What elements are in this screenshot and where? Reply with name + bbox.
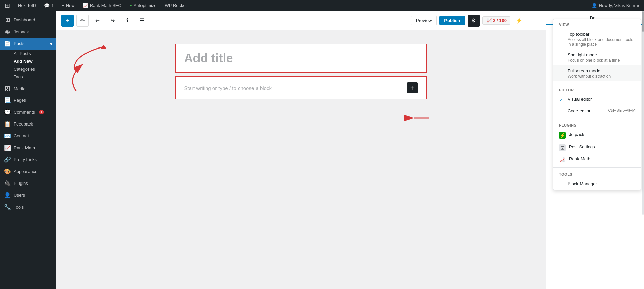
sidebar-label-contact: Contact <box>14 133 29 138</box>
sidebar-label-dashboard: Dashboard <box>14 17 35 22</box>
top-toolbar-desc: Access all block and document tools in a… <box>568 37 636 47</box>
sidebar-item-posts[interactable]: 📄 Posts ◀ <box>0 38 56 50</box>
sidebar-sub-tags[interactable]: Tags <box>14 73 56 81</box>
pages-icon: 📃 <box>4 97 11 103</box>
wp-logo-icon: ⊞ <box>5 2 10 9</box>
plugins-icon: 🔌 <box>4 180 11 187</box>
sidebar-sub-add-new[interactable]: Add New <box>14 57 56 65</box>
sidebar-label-users: Users <box>14 193 25 198</box>
block-manager-title: Block Manager <box>568 181 597 186</box>
editor-section-label: EDITOR <box>553 84 641 94</box>
sidebar-item-media[interactable]: 🖼 Media <box>0 83 56 94</box>
add-block-inline-icon: + <box>410 84 414 92</box>
sidebar-label-posts: Posts <box>14 41 25 46</box>
sidebar-item-comments[interactable]: 💬 Comments 1 <box>0 106 56 118</box>
spotlight-text: Spotlight mode Focus on one block at a t… <box>568 52 620 63</box>
boost-button[interactable]: ⚡ <box>513 15 525 27</box>
add-block-button[interactable]: + <box>61 15 74 27</box>
posts-icon: 📄 <box>4 40 11 47</box>
sidebar-label-media: Media <box>14 86 25 91</box>
jetpack-plugin-item[interactable]: ⚡ Jetpack <box>553 129 641 141</box>
info-icon: ℹ <box>126 17 128 24</box>
jetpack-icon: ◉ <box>4 28 11 35</box>
more-options-icon: ⋮ <box>531 17 537 24</box>
add-block-icon: + <box>66 18 69 24</box>
title-block[interactable]: Add title <box>175 44 427 73</box>
jetpack-plugin-text: Jetpack <box>569 132 584 138</box>
block-manager-item[interactable]: Block Manager <box>553 178 641 190</box>
content-block[interactable]: Start writing or type / to choose a bloc… <box>175 76 427 99</box>
sidebar-item-contact[interactable]: 📧 Contact <box>0 130 56 142</box>
divider-3 <box>553 167 641 168</box>
toolbar-right: Preview Publish ⚙ 📈 2 / 100 ⚡ ⋮ <box>411 15 540 27</box>
wp-rocket-item[interactable]: WP Rocket <box>164 3 188 8</box>
editor-toolbar: + ✏ ↩ ↪ ℹ ☰ Preview Publish <box>56 11 546 30</box>
rank-math-plugin-title: Rank Math <box>569 156 590 161</box>
autoptimize-item[interactable]: ● Autoptimize <box>129 3 158 8</box>
avatar-icon: 👤 <box>592 3 597 8</box>
code-editor-item[interactable]: Code editor Ctrl+Shift+Alt+M <box>553 105 641 117</box>
info-button[interactable]: ℹ <box>121 15 133 27</box>
sidebar-label-plugins: Plugins <box>14 181 28 186</box>
sidebar-item-plugins[interactable]: 🔌 Plugins <box>0 177 56 189</box>
site-name-item[interactable]: Hex ToID <box>17 3 37 8</box>
comment-count: 1 <box>51 3 54 8</box>
top-toolbar-item[interactable]: Top toolbar Access all block and documen… <box>553 29 641 50</box>
comments-badge: 1 <box>39 110 44 114</box>
sidebar-sub-all-posts[interactable]: All Posts <box>14 50 56 57</box>
wp-logo-item[interactable]: ⊞ <box>3 2 11 9</box>
sidebar-item-tools[interactable]: 🔧 Tools <box>0 201 56 213</box>
wp-rocket-label: WP Rocket <box>165 3 187 8</box>
right-panel: Do… VIEW Top toolbar Access all block an… <box>546 11 644 289</box>
redo-icon: ↪ <box>110 17 115 24</box>
spotlight-mode-item[interactable]: Spotlight mode Focus on one block at a t… <box>553 50 641 65</box>
rankmath-sidebar-icon: 📈 <box>4 144 11 151</box>
sidebar-item-dashboard[interactable]: ⊞ Dashboard <box>0 14 56 26</box>
preview-button[interactable]: Preview <box>411 16 437 25</box>
title-placeholder: Add title <box>184 51 233 65</box>
rank-math-plugin-item[interactable]: 📈 Rank Math <box>553 154 641 166</box>
top-toolbar-title: Top toolbar <box>568 32 636 37</box>
fullscreen-mode-item[interactable]: → Fullscreen mode Work without distracti… <box>553 65 641 81</box>
users-icon: 👤 <box>4 192 11 198</box>
sidebar-label-prettylinks: Pretty Links <box>14 157 37 162</box>
undo-button[interactable]: ↩ <box>91 15 103 27</box>
sidebar-item-users[interactable]: 👤 Users <box>0 189 56 201</box>
dropdown-scroll: VIEW Top toolbar Access all block and do… <box>553 19 641 190</box>
new-item[interactable]: + New <box>60 3 76 8</box>
fullscreen-desc: Work without distraction <box>568 74 611 79</box>
content-placeholder: Start writing or type / to choose a bloc… <box>184 85 272 91</box>
sidebar-item-rankmath[interactable]: 📈 Rank Math <box>0 142 56 154</box>
settings-button[interactable]: ⚙ <box>468 15 480 27</box>
sidebar-item-appearance[interactable]: 🎨 Appearance <box>0 166 56 177</box>
edit-mode-button[interactable]: ✏ <box>76 15 89 27</box>
top-toolbar-text: Top toolbar Access all block and documen… <box>568 32 636 47</box>
autoptimize-label: Autoptimize <box>134 3 157 8</box>
fullscreen-text: Fullscreen mode Work without distraction <box>568 68 611 79</box>
rank-math-bar-label: Rank Math SEO <box>90 3 122 8</box>
sidebar-item-feedback[interactable]: 📋 Feedback <box>0 118 56 130</box>
sidebar-label-comments: Comments <box>14 110 35 115</box>
howdy-item[interactable]: 👤 Howdy, Vikas Kumar <box>590 3 641 8</box>
sidebar-sub-categories[interactable]: Categories <box>14 65 56 73</box>
sidebar-item-prettylinks[interactable]: 🔗 Pretty Links <box>0 154 56 166</box>
add-block-inline-button[interactable]: + <box>407 82 418 93</box>
check-icon: ✓ <box>559 97 564 103</box>
post-settings-title: Post Settings <box>569 144 595 149</box>
scrollbar-track[interactable] <box>642 11 644 215</box>
feedback-icon: 📋 <box>4 121 11 127</box>
redo-button[interactable]: ↪ <box>106 15 118 27</box>
comments-item[interactable]: 💬 1 <box>43 3 55 8</box>
tools-icon: 🔧 <box>4 204 11 210</box>
more-options-button[interactable]: ⋮ <box>528 15 540 27</box>
sidebar-item-pages[interactable]: 📃 Pages <box>0 94 56 106</box>
sidebar-item-jetpack[interactable]: ◉ Jetpack <box>0 26 56 38</box>
main-layout: ⊞ Dashboard ◉ Jetpack 📄 Posts ◀ All Post… <box>0 11 644 289</box>
visual-editor-item[interactable]: ✓ Visual editor <box>553 94 641 105</box>
publish-button[interactable]: Publish <box>439 16 465 25</box>
list-view-button[interactable]: ☰ <box>136 15 148 27</box>
prettylinks-icon: 🔗 <box>4 156 11 163</box>
code-editor-shortcut: Ctrl+Shift+Alt+M <box>608 108 636 112</box>
rank-math-item[interactable]: 📈 Rank Math SEO <box>81 3 123 8</box>
post-settings-item[interactable]: ◱ Post Settings <box>553 141 641 154</box>
